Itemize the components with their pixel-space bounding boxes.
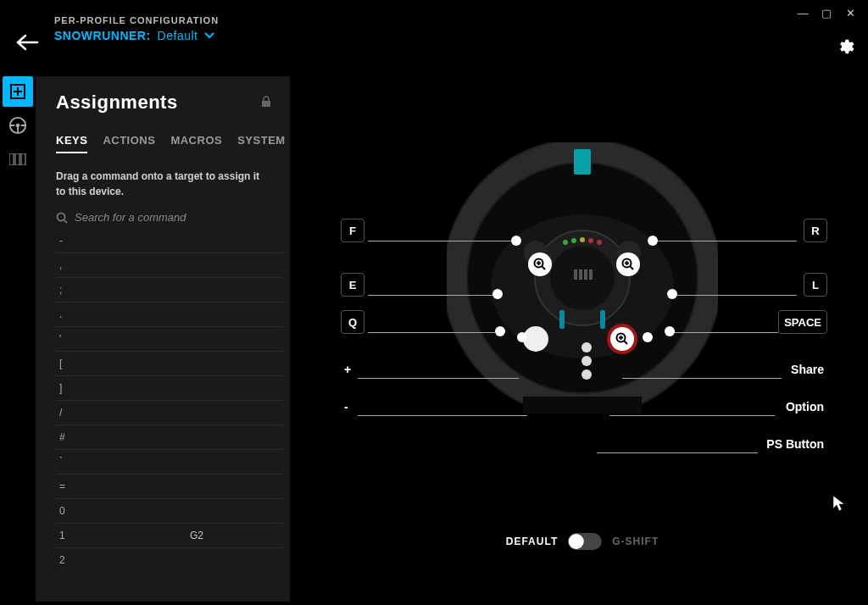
search-input[interactable] — [75, 211, 290, 224]
key-assignment-l[interactable]: L — [804, 273, 827, 297]
magnify-plus-icon — [621, 258, 635, 271]
svg-point-20 — [571, 238, 576, 243]
sidebar-title: Assignments — [56, 92, 178, 114]
command-item[interactable]: [ — [56, 352, 283, 376]
header: PER-PROFILE CONFIGURATION SNOWRUNNER: De… — [0, 0, 868, 42]
svg-point-2 — [16, 124, 20, 128]
command-item[interactable]: 0 — [56, 499, 283, 524]
columns-icon — [9, 153, 26, 165]
svg-point-7 — [58, 213, 65, 220]
svg-rect-5 — [21, 153, 25, 165]
tab-actions[interactable]: ACTIONS — [103, 134, 155, 153]
command-item[interactable]: 2 — [56, 548, 283, 568]
command-item[interactable]: , — [56, 253, 283, 278]
key-assignment-space[interactable]: SPACE — [778, 310, 827, 334]
tab-macros[interactable]: MACROS — [170, 134, 222, 153]
key-assignment-r[interactable]: R — [804, 219, 827, 242]
target-dot[interactable] — [643, 332, 653, 342]
lock-icon[interactable] — [261, 96, 271, 110]
target-dot[interactable] — [495, 326, 505, 336]
sidebar: Assignments KEYSACTIONSMACROSSYSTEM Drag… — [36, 76, 290, 602]
mode-toggle-row: DEFAULT G-SHIFT — [506, 533, 659, 550]
search-row — [56, 211, 290, 224]
command-item[interactable]: # — [56, 425, 283, 450]
svg-point-19 — [563, 240, 568, 245]
magnify-plus-icon — [615, 332, 629, 346]
header-label: PER-PROFILE CONFIGURATION — [54, 15, 868, 25]
left-rail — [0, 76, 36, 175]
svg-point-26 — [581, 369, 592, 380]
zoom-highlight[interactable] — [610, 327, 634, 351]
svg-point-24 — [581, 342, 592, 352]
magnify-plus-icon — [533, 258, 547, 271]
target-dot[interactable] — [511, 236, 521, 246]
command-item[interactable]: ] — [56, 376, 283, 401]
command-item[interactable]: - — [56, 229, 283, 253]
label-minus: - — [344, 400, 348, 414]
command-item[interactable]: ` — [56, 450, 283, 475]
wheel-rail-button[interactable] — [3, 110, 33, 141]
tab-system[interactable]: SYSTEM — [237, 134, 285, 153]
settings-button[interactable] — [836, 37, 854, 59]
tabs: KEYSACTIONSMACROSSYSTEM — [56, 134, 290, 153]
device-view: F E Q R L SPACE + - Share Option PS Butt… — [305, 110, 860, 580]
chevron-down-icon — [204, 32, 214, 39]
zoom-left[interactable] — [528, 253, 552, 276]
mode-toggle[interactable] — [568, 533, 602, 550]
svg-point-21 — [580, 237, 585, 242]
command-item[interactable]: ; — [56, 278, 283, 302]
svg-point-25 — [581, 356, 592, 366]
zoom-right[interactable] — [616, 253, 640, 276]
command-item[interactable]: ' — [56, 327, 283, 352]
label-plus: + — [344, 363, 351, 376]
command-item[interactable]: 1G2 — [56, 524, 283, 548]
svg-rect-15 — [600, 310, 605, 329]
instruction-text: Drag a command onto a target to assign i… — [56, 169, 290, 199]
key-assignment-f[interactable]: F — [341, 219, 364, 242]
svg-point-22 — [588, 238, 593, 243]
profile-selector[interactable]: SNOWRUNNER: Default — [54, 29, 868, 42]
svg-point-23 — [597, 240, 602, 245]
tab-keys[interactable]: KEYS — [56, 134, 87, 153]
target-dot[interactable] — [648, 236, 658, 246]
key-assignment-q[interactable]: Q — [341, 310, 364, 334]
target-dot[interactable] — [665, 326, 675, 336]
svg-rect-10 — [574, 149, 591, 175]
target-dot[interactable] — [667, 289, 677, 299]
toggle-label-gshift: G-SHIFT — [612, 536, 659, 547]
svg-rect-3 — [9, 153, 14, 165]
toggle-label-default: DEFAULT — [506, 536, 558, 547]
command-list: -,;.'[]/#`=01G223 — [56, 229, 290, 568]
svg-rect-14 — [559, 310, 565, 329]
command-item[interactable]: . — [56, 302, 283, 327]
label-share: Share — [791, 363, 824, 376]
target-dot[interactable] — [492, 289, 503, 299]
svg-rect-4 — [15, 153, 19, 165]
steering-wheel-icon — [8, 116, 27, 135]
target-dot[interactable] — [517, 332, 527, 342]
layout-rail-button[interactable] — [3, 144, 33, 175]
key-assignment-e[interactable]: E — [341, 273, 364, 297]
command-item[interactable]: = — [56, 475, 283, 499]
search-icon — [56, 212, 68, 224]
label-ps-button: PS Button — [766, 437, 824, 451]
label-option: Option — [786, 400, 824, 414]
back-button[interactable] — [15, 34, 39, 54]
svg-rect-27 — [523, 397, 642, 414]
gear-icon — [836, 37, 854, 56]
assignments-rail-button[interactable] — [3, 76, 33, 107]
steering-wheel-graphic — [447, 142, 718, 417]
svg-rect-6 — [262, 101, 270, 107]
command-item[interactable]: / — [56, 401, 283, 425]
plus-box-icon — [10, 84, 25, 99]
